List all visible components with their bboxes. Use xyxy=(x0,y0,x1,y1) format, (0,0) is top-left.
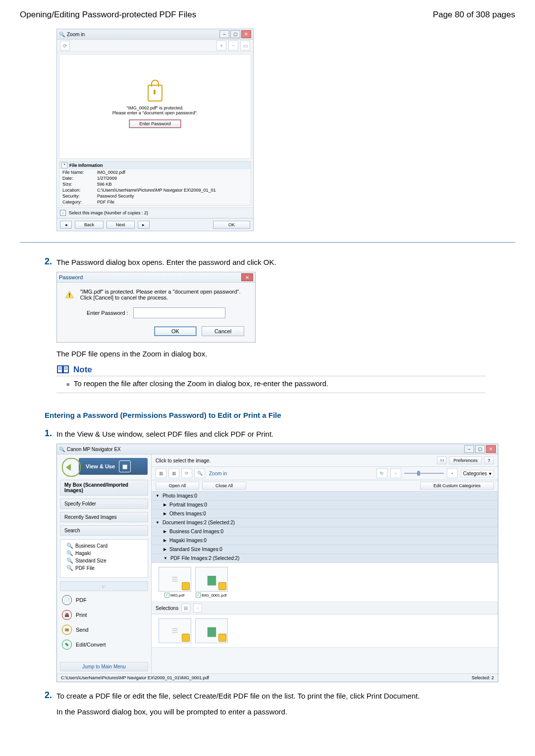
tag-standard-size[interactable]: 🔍Standard Size xyxy=(66,557,142,564)
rotate-icon[interactable]: ⟳ xyxy=(60,41,70,50)
note-text: To reopen the file after closing the Zoo… xyxy=(74,379,328,388)
thumb-small-icon[interactable]: ▦ xyxy=(156,468,166,478)
protected-msg-1: "IMG_0002.pdf" is protected. xyxy=(127,105,184,110)
rotate-icon[interactable]: ⟳ xyxy=(181,468,192,478)
cat-portrait[interactable]: ▶Portrait Images:0 xyxy=(152,501,498,509)
fi-label: Size: xyxy=(62,182,97,187)
section-title: Entering a Password (Permissions Passwor… xyxy=(45,411,515,419)
fi-label: Location: xyxy=(62,188,97,193)
thumb-item[interactable]: ▆ ✓IMG_0001.pdf xyxy=(195,567,227,598)
sidebar-item-specify[interactable]: Specify Folder xyxy=(60,499,148,509)
file-info-panel: ˅ File Information File Name:IMG_0002.pd… xyxy=(59,161,251,205)
divider xyxy=(56,393,485,393)
svg-rect-1 xyxy=(69,293,70,296)
thumb-size-slider[interactable] xyxy=(404,473,444,474)
body-text: The PDF file opens in the Zoom in dialog… xyxy=(56,350,515,358)
ok-button[interactable]: OK xyxy=(213,221,250,229)
action-pdf[interactable]: 📄PDF xyxy=(62,595,146,605)
cancel-button[interactable]: Cancel xyxy=(202,326,244,336)
lock-badge-icon xyxy=(218,582,226,590)
tag-business-card[interactable]: 🔍Business Card xyxy=(66,543,142,549)
open-all-button[interactable]: Open All xyxy=(156,482,199,490)
svg-rect-2 xyxy=(69,297,70,298)
action-edit[interactable]: ✎Edit/Convert xyxy=(62,640,146,650)
fi-value: 1/27/2009 xyxy=(97,176,117,181)
close-button[interactable]: ✕ xyxy=(486,445,496,453)
maximize-button[interactable]: ▢ xyxy=(475,445,485,453)
close-all-button[interactable]: Close All xyxy=(202,482,246,490)
divider xyxy=(20,242,515,243)
protected-msg-2: Please enter a "document open password". xyxy=(112,110,198,115)
step-text: To create a PDF file or edit the file, s… xyxy=(56,690,420,701)
path-field[interactable]: ⩗ xyxy=(60,581,148,591)
page-title: Opening/Editing Password-protected PDF F… xyxy=(20,10,196,20)
help-button[interactable]: ? xyxy=(484,456,494,464)
refresh-icon[interactable]: ↻ xyxy=(376,468,387,478)
zoom-icon[interactable]: 🔍 xyxy=(194,468,205,478)
lock-badge-icon xyxy=(218,634,226,642)
sidebar-item-recent[interactable]: Recently Saved Images xyxy=(60,512,148,522)
sidebar: View & Use ▦ My Box (Scanned/Imported Im… xyxy=(57,454,152,673)
zoom-in-icon[interactable]: ＋ xyxy=(216,41,226,50)
fi-value: Password Security xyxy=(97,194,134,199)
file-info-title: File Information xyxy=(69,163,103,168)
thumb-item[interactable]: ≡ ✓IMG.pdf xyxy=(159,567,190,598)
fit-icon[interactable]: ▭ xyxy=(240,41,250,50)
enter-password-button[interactable]: Enter Password xyxy=(129,119,181,128)
fi-value: 596 KB xyxy=(97,182,112,187)
thumb-item[interactable]: ▆ xyxy=(195,618,227,643)
breadcrumb: Click to select the image. xyxy=(156,458,211,463)
fwd-button[interactable]: ▸ xyxy=(138,221,150,229)
select-image-checkbox[interactable]: ✓ xyxy=(60,210,66,216)
back-button[interactable]: Back xyxy=(75,221,104,229)
cat-std[interactable]: ▶Standard Size Images:0 xyxy=(152,545,498,554)
categories-dropdown[interactable]: Categories▾ xyxy=(461,470,494,477)
remove-selection-button[interactable]: ▫ xyxy=(193,604,202,612)
jump-to-main[interactable]: Jump to Main Menu xyxy=(60,662,148,671)
preferences-button[interactable]: Preferences xyxy=(449,456,482,464)
zoom-out-icon[interactable]: － xyxy=(228,41,238,50)
sidebar-item-search[interactable]: Search xyxy=(60,525,148,536)
ok-button[interactable]: OK xyxy=(154,326,197,336)
back-icon[interactable] xyxy=(62,458,81,477)
cat-pdffile[interactable]: ▼PDF File Images:2 (Selected:2) xyxy=(152,554,498,563)
password-input[interactable] xyxy=(133,307,225,318)
password-message: "IMG.pdf" is protected. Please enter a "… xyxy=(80,289,247,301)
zoom-icon: 🔍 xyxy=(59,32,65,37)
note-icon xyxy=(56,365,70,375)
password-dialog: Password ✕ "IMG.pdf" is protected. Pleas… xyxy=(56,272,256,343)
minimize-button[interactable]: – xyxy=(219,30,229,38)
edit-categories-button[interactable]: Edit Custom Categories xyxy=(420,482,494,490)
warning-icon xyxy=(65,289,74,301)
status-selected: Selected: 2 xyxy=(472,675,494,680)
view-use-tab[interactable]: View & Use ▦ xyxy=(79,458,148,475)
thumb-item[interactable]: ≡ xyxy=(159,618,190,643)
tag-hagaki[interactable]: 🔍Hagaki xyxy=(66,550,142,556)
sort-button[interactable]: ↑↑ xyxy=(437,456,447,464)
size-large-icon[interactable]: ▪ xyxy=(447,468,458,478)
lock-badge-icon xyxy=(182,582,190,590)
sidebar-item-mybox[interactable]: My Box (Scanned/Imported Images) xyxy=(60,480,148,496)
cat-document[interactable]: ▼Document Images:2 (Selected:2) xyxy=(152,518,498,527)
maximize-button[interactable]: ▢ xyxy=(230,30,240,38)
close-button[interactable]: ✕ xyxy=(241,273,253,281)
next-button[interactable]: Next xyxy=(107,221,135,229)
cat-photo[interactable]: ▼Photo Images:0 xyxy=(152,492,498,501)
collapse-icon[interactable]: ˅ xyxy=(61,162,67,168)
action-print[interactable]: 🖶Print xyxy=(62,610,146,620)
add-selection-button[interactable]: ⊞ xyxy=(181,604,190,612)
size-small-icon[interactable]: ▫ xyxy=(390,468,401,478)
thumb-large-icon[interactable]: ▦ xyxy=(168,468,179,478)
prev-button[interactable]: ◂ xyxy=(60,221,72,229)
fi-label: Security: xyxy=(62,194,97,199)
step-number: 2. xyxy=(45,690,56,701)
action-send[interactable]: ✉Send xyxy=(62,625,146,635)
cat-others[interactable]: ▶Others Images:0 xyxy=(152,509,498,518)
cat-hagaki[interactable]: ▶Hagaki Images:0 xyxy=(152,536,498,545)
fi-value: IMG_0002.pdf xyxy=(97,170,125,175)
tag-pdf-file[interactable]: 🔍PDF File xyxy=(66,565,142,571)
minimize-button[interactable]: – xyxy=(464,445,474,453)
cat-bcard[interactable]: ▶Business Card Images:0 xyxy=(152,527,498,536)
page-count: Page 80 of 308 pages xyxy=(433,10,515,20)
close-button[interactable]: ✕ xyxy=(241,30,251,38)
